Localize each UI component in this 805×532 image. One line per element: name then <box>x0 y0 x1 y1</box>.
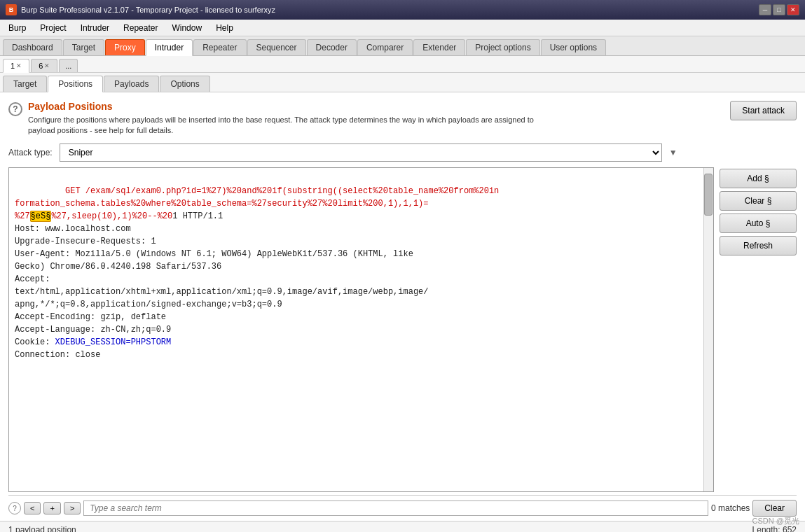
help-icon[interactable]: ? <box>8 102 22 116</box>
tab-proxy[interactable]: Proxy <box>105 39 145 55</box>
main-tabs: Dashboard Target Proxy Intruder Repeater… <box>0 36 805 56</box>
header-left: ? Payload Positions Configure the positi… <box>8 101 534 136</box>
request-text[interactable]: GET /exam/sql/exam0.php?id=1%27)%20and%2… <box>9 168 703 378</box>
payload-position-status: 1 payload position <box>8 525 76 533</box>
section-description: Configure the positions where payloads w… <box>28 115 534 136</box>
title-bar-controls: ─ □ ✕ <box>759 4 799 15</box>
sub-tab-more[interactable]: ... <box>59 59 78 72</box>
app-icon: B <box>6 4 17 15</box>
title-text: Burp Suite Professional v2.1.07 - Tempor… <box>21 6 275 14</box>
menu-project[interactable]: Project <box>34 22 71 34</box>
maximize-button[interactable]: □ <box>773 4 785 15</box>
editor-area: GET /exam/sql/exam0.php?id=1%27)%20and%2… <box>8 167 797 492</box>
sub-tabs: 1 ✕ 6 ✕ ... <box>0 56 805 73</box>
editor-scroll-area[interactable]: GET /exam/sql/exam0.php?id=1%27)%20and%2… <box>9 168 703 491</box>
search-next-button[interactable]: > <box>64 502 81 514</box>
search-bar: ? < + > 0 matches Clear <box>8 495 797 521</box>
tab-dashboard[interactable]: Dashboard <box>3 39 62 55</box>
editor-scrollbar[interactable] <box>703 168 713 491</box>
tab-decoder[interactable]: Decoder <box>307 39 357 55</box>
minimize-button[interactable]: ─ <box>759 4 771 15</box>
sub-tab-1-close[interactable]: ✕ <box>16 62 22 69</box>
close-button[interactable]: ✕ <box>787 4 799 15</box>
search-input[interactable] <box>83 500 708 516</box>
payload-header: ? Payload Positions Configure the positi… <box>8 101 797 136</box>
tab-user-options[interactable]: User options <box>541 39 606 55</box>
menu-help[interactable]: Help <box>210 22 239 34</box>
status-bar: 1 payload position Length: 652 <box>0 521 805 532</box>
section-tab-payloads[interactable]: Payloads <box>104 76 159 92</box>
attack-type-row: Attack type: Sniper Battering ram Pitchf… <box>8 144 797 162</box>
request-editor-wrapper: GET /exam/sql/exam0.php?id=1%27)%20and%2… <box>8 167 714 492</box>
tab-repeater[interactable]: Repeater <box>193 39 246 55</box>
menu-intruder[interactable]: Intruder <box>75 22 115 34</box>
attack-type-select[interactable]: Sniper Battering ram Pitchfork Cluster b… <box>60 144 662 162</box>
section-tabs: Target Positions Payloads Options <box>0 73 805 92</box>
section-tab-options[interactable]: Options <box>160 76 209 92</box>
right-buttons: Add § Clear § Auto § Refresh <box>720 167 797 492</box>
menu-bar: Burp Project Intruder Repeater Window He… <box>0 20 805 36</box>
tab-intruder[interactable]: Intruder <box>146 39 193 56</box>
title-bar-left: B Burp Suite Professional v2.1.07 - Temp… <box>6 4 275 15</box>
search-clear-button[interactable]: Clear <box>752 500 797 517</box>
section-tab-positions[interactable]: Positions <box>48 76 103 92</box>
tab-sequencer[interactable]: Sequencer <box>247 39 306 55</box>
menu-window[interactable]: Window <box>166 22 207 34</box>
sub-tab-6[interactable]: 6 ✕ <box>31 59 57 72</box>
menu-burp[interactable]: Burp <box>3 22 32 34</box>
clear-section-button[interactable]: Clear § <box>720 191 797 211</box>
add-section-button[interactable]: Add § <box>720 169 797 188</box>
search-matches: 0 matches <box>711 503 750 513</box>
attack-type-label: Attack type: <box>8 148 53 158</box>
tab-extender[interactable]: Extender <box>413 39 465 55</box>
search-prev-button[interactable]: < <box>24 502 41 514</box>
length-status: Length: 652 <box>752 525 797 533</box>
section-title: Payload Positions <box>28 101 534 112</box>
sub-tab-1[interactable]: 1 ✕ <box>3 59 29 73</box>
title-bar: B Burp Suite Professional v2.1.07 - Temp… <box>0 0 805 20</box>
tab-target[interactable]: Target <box>63 39 104 55</box>
search-help-icon[interactable]: ? <box>8 502 21 514</box>
menu-repeater[interactable]: Repeater <box>118 22 163 34</box>
auto-section-button[interactable]: Auto § <box>720 214 797 233</box>
search-add-button[interactable]: + <box>43 502 60 514</box>
content-area: ? Payload Positions Configure the positi… <box>0 92 805 521</box>
tab-comparer[interactable]: Comparer <box>357 39 413 55</box>
sub-tab-6-close[interactable]: ✕ <box>44 62 50 69</box>
refresh-button[interactable]: Refresh <box>720 236 797 255</box>
start-attack-button[interactable]: Start attack <box>730 101 797 120</box>
section-tab-target[interactable]: Target <box>3 76 47 92</box>
scroll-thumb[interactable] <box>704 174 713 216</box>
header-text: Payload Positions Configure the position… <box>28 101 534 136</box>
tab-project-options[interactable]: Project options <box>466 39 539 55</box>
